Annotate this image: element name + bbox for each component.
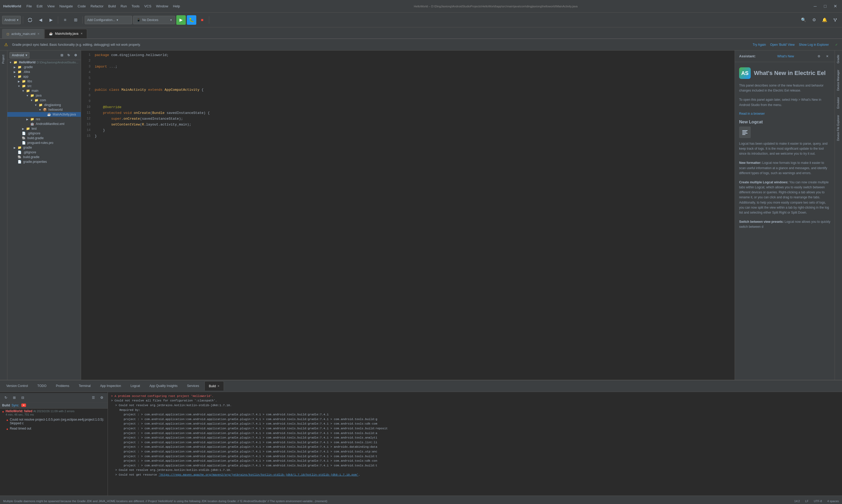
sync-button[interactable] <box>25 15 35 25</box>
emulator-tab[interactable]: Emulator <box>835 94 842 112</box>
build-error-item-2[interactable]: ● Read timed out <box>0 426 108 432</box>
maximize-button[interactable]: □ <box>822 3 829 10</box>
todo-tab[interactable]: TODO <box>33 381 51 391</box>
tree-item-build-gradle-root[interactable]: 🐘 build.gradle <box>7 155 81 159</box>
tree-item-dingjiaxiong[interactable]: ▼ 📁 dingjiaxiong <box>7 103 81 107</box>
sync-section-tab[interactable]: Sync <box>12 403 19 407</box>
logcat-tab[interactable]: Logcat <box>126 381 144 391</box>
tree-item-libs[interactable]: ▶ 📁 libs <box>7 79 81 84</box>
device-file-explorer-tab[interactable]: Device File Explorer <box>835 112 842 144</box>
app-quality-insights-tab[interactable]: App Quality Insights <box>145 381 182 391</box>
build-output-panel[interactable]: > A problem occurred configuring root pr… <box>108 392 842 496</box>
resource-link[interactable]: 'https://repo.maven.apache.org/maven2/or… <box>159 473 358 476</box>
tree-item-mainactivity[interactable]: ☕ MainActivity.java <box>7 112 81 117</box>
search-everywhere-button[interactable]: 🔍 <box>799 15 808 25</box>
menu-edit[interactable]: Edit <box>37 4 42 8</box>
debug-button[interactable]: 🐛 <box>187 15 196 25</box>
assistant-settings-button[interactable]: ⚙ <box>816 53 822 59</box>
minimize-button[interactable]: ─ <box>811 3 819 10</box>
tree-item-gradle[interactable]: ▶ 📁 .gradle <box>7 65 81 69</box>
encoding-indicator[interactable]: UTF-8 <box>814 500 822 503</box>
close-tab-activity-main[interactable]: ✕ <box>37 32 39 35</box>
tree-item-idea[interactable]: ▶ 📁 .idea <box>7 69 81 74</box>
indent-indicator[interactable]: 4 spaces <box>827 500 839 503</box>
add-configuration-dropdown[interactable]: Add Configuration... ▾ <box>85 16 132 24</box>
tree-item-gitignore-root[interactable]: 📄 .gitignore <box>7 150 81 155</box>
stop-button[interactable]: ■ <box>197 15 207 25</box>
tab-activity-main[interactable]: ◻ activity_main.xml ✕ <box>2 29 44 38</box>
build-settings-button[interactable]: ⚙ <box>98 394 106 401</box>
problems-tab[interactable]: Problems <box>52 381 74 391</box>
project-dropdown[interactable]: Android ▾ <box>2 16 21 24</box>
tree-item-build-gradle-app[interactable]: 🐘 build.gradle <box>7 136 81 141</box>
tree-item-java[interactable]: ▼ 📁 java <box>7 93 81 98</box>
close-button[interactable]: ✕ <box>831 3 839 10</box>
tree-item-main[interactable]: ▼ 📁 main <box>7 88 81 93</box>
gear-icon[interactable]: ⚙ <box>72 52 79 58</box>
show-log-button[interactable]: Show Log in Explorer <box>799 43 829 47</box>
menu-code[interactable]: Code <box>78 4 86 8</box>
editor-line-4: 4 <box>81 70 735 76</box>
line-number: 10 <box>81 105 95 110</box>
read-in-browser-link[interactable]: Read in a browser <box>739 112 765 115</box>
tree-item-gradle-properties[interactable]: 📄 gradle.properties <box>7 159 81 164</box>
tree-item-gitignore-app[interactable]: 📄 .gitignore <box>7 131 81 136</box>
build-tab[interactable]: Build ✕ <box>204 381 224 391</box>
tree-item-res[interactable]: ▶ 📁 res <box>7 117 81 122</box>
build-tab-close[interactable]: ✕ <box>217 384 219 388</box>
services-tab[interactable]: Services <box>183 381 203 391</box>
menu-vcs[interactable]: VCS <box>144 4 151 8</box>
sidebar-view-dropdown[interactable]: Android ▾ <box>10 52 30 58</box>
menu-build[interactable]: Build <box>108 4 116 8</box>
build-error-item-helloworld[interactable]: ● HelloWorld: failed At 2023/2/26 11:09 … <box>0 409 108 417</box>
structure-button[interactable]: ⊞ <box>71 15 80 25</box>
gradle-tab[interactable]: Gradle <box>835 52 842 67</box>
align-button[interactable]: ≡ <box>60 15 70 25</box>
tree-item-androidmanifest[interactable]: 🤖 AndroidManifest.xml <box>7 122 81 126</box>
menu-view[interactable]: View <box>47 4 55 8</box>
tree-item-helloworld-pkg[interactable]: ▼ 📦 helloworld <box>7 107 81 112</box>
tree-item-app[interactable]: ▼ 📁 app <box>7 74 81 79</box>
build-refresh-button[interactable]: ↻ <box>2 394 10 401</box>
assistant-close-button[interactable]: ✕ <box>824 53 830 59</box>
nav-back-button[interactable]: ◀ <box>36 15 45 25</box>
menu-navigate[interactable]: Navigate <box>59 4 73 8</box>
git-button[interactable] <box>830 15 840 25</box>
menu-help[interactable]: Help <box>173 4 180 8</box>
build-collapse-button[interactable]: ⊟ <box>19 394 26 401</box>
try-again-button[interactable]: Try Again <box>753 43 766 47</box>
settings-button[interactable]: ⚙ <box>809 15 819 25</box>
terminal-tab[interactable]: Terminal <box>74 381 95 391</box>
assistant-tab-whats-new[interactable]: What's New <box>777 54 794 58</box>
build-expand-button[interactable]: ⊞ <box>11 394 18 401</box>
collapse-all-button[interactable]: ⊟ <box>59 52 65 58</box>
tree-item-helloworld[interactable]: ▼ 📁 HelloWorld D:\DingJiaxiong\AndroidSt… <box>7 60 81 65</box>
build-filter-button[interactable]: ☰ <box>90 394 97 401</box>
editor-content[interactable]: 1 package com.dingjiaxiong.helloworld; 2… <box>81 51 735 380</box>
no-devices-dropdown[interactable]: 📱 No Devices ▾ <box>133 16 175 24</box>
build-error-item-1[interactable]: ● Could not resolve project-1.0.5.pom (o… <box>0 417 108 426</box>
tree-item-test[interactable]: ▶ 📁 test <box>7 126 81 131</box>
menu-tools[interactable]: Tools <box>131 4 140 8</box>
notifications-button[interactable]: 🔔 <box>820 15 829 25</box>
app-inspection-tab[interactable]: App Inspection <box>96 381 125 391</box>
nav-forward-button[interactable]: ▶ <box>46 15 56 25</box>
tab-main-activity[interactable]: ☕ MainActivity.java ✕ <box>44 29 87 38</box>
tree-item-proguard[interactable]: 📄 proguard-rules.pro <box>7 141 81 145</box>
line-col-indicator[interactable]: 14:2 <box>794 500 800 503</box>
menu-file[interactable]: File <box>26 4 32 8</box>
close-tab-main-activity[interactable]: ✕ <box>80 32 83 35</box>
menu-window[interactable]: Window <box>156 4 168 8</box>
tree-item-gradle-dir[interactable]: ▶ 📁 gradle <box>7 145 81 150</box>
device-manager-tab[interactable]: Device Manager <box>835 67 842 94</box>
line-sep-indicator[interactable]: LF <box>805 500 809 503</box>
tree-item-src[interactable]: ▼ 📁 src <box>7 84 81 88</box>
open-build-view-button[interactable]: Open 'Build' View <box>770 43 795 47</box>
sync-files-button[interactable]: ↻ <box>66 52 72 58</box>
run-button[interactable]: ▶ <box>176 15 186 25</box>
project-panel-tab[interactable]: Project <box>0 52 7 67</box>
tree-item-com[interactable]: ▼ 📁 com <box>7 98 81 103</box>
menu-run[interactable]: Run <box>121 4 127 8</box>
version-control-tab[interactable]: Version Control <box>2 381 32 391</box>
menu-refactor[interactable]: Refactor <box>90 4 103 8</box>
